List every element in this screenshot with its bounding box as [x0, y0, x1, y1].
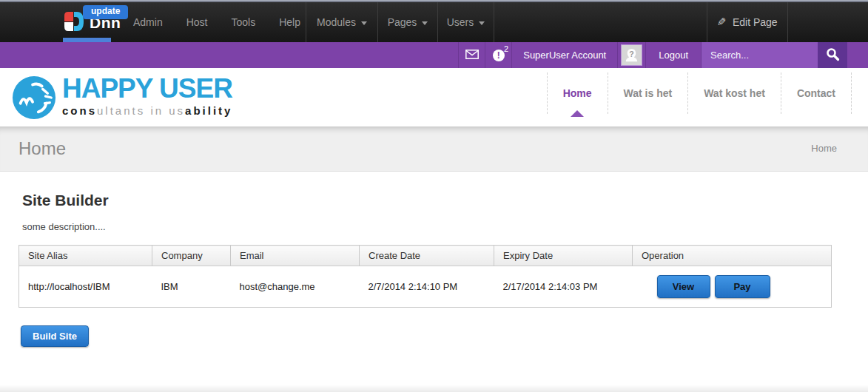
notifications-button[interactable]: ! 2	[485, 42, 511, 68]
site-nav: Home Wat is het Wat kost het Contact	[547, 72, 852, 114]
edit-page-label: Edit Page	[733, 16, 778, 28]
table-header-row: Site Alias Company Email Create Date Exp…	[19, 246, 832, 266]
user-bar: ! 2 SuperUser Account ? Logout	[0, 42, 868, 68]
cell-email: host@change.me	[231, 266, 360, 308]
col-expiry-date: Expiry Date	[494, 246, 633, 266]
happy-user-logo-icon	[11, 75, 57, 124]
module-description: some description....	[22, 221, 868, 232]
bottom-fade	[0, 385, 868, 392]
search-button[interactable]	[818, 42, 847, 68]
admin-dropdowns: Modules Pages Users	[306, 2, 494, 42]
site-header: HAPPY USER consultants in usability Home…	[0, 68, 868, 126]
chevron-down-icon	[479, 21, 485, 25]
col-create-date: Create Date	[360, 246, 494, 266]
search-icon	[826, 47, 840, 64]
menu-item-tools[interactable]: Tools	[219, 16, 267, 28]
notification-count-badge: 2	[504, 44, 508, 53]
dropdown-modules[interactable]: Modules	[306, 2, 377, 42]
cell-operation: View Pay	[633, 266, 832, 308]
col-site-alias: Site Alias	[19, 246, 152, 266]
page: Dnn update Admin Host Tools Help Modules…	[0, 0, 868, 392]
dropdown-users-label: Users	[447, 16, 474, 28]
messages-button[interactable]	[458, 42, 485, 68]
logout-link[interactable]: Logout	[645, 42, 702, 68]
menu-item-host[interactable]: Host	[175, 16, 220, 28]
col-email: Email	[231, 246, 360, 266]
module-heading: Site Builder	[22, 192, 868, 209]
search-input[interactable]	[702, 42, 818, 68]
mail-icon	[465, 49, 479, 62]
dropdown-pages[interactable]: Pages	[377, 2, 437, 42]
nav-item-wat-is-het[interactable]: Wat is het	[608, 72, 688, 114]
cell-create-date: 2/7/2014 2:14:10 PM	[360, 266, 494, 308]
cell-site-alias: http://localhost/IBM	[19, 266, 152, 308]
col-company: Company	[152, 246, 231, 266]
dropdown-modules-label: Modules	[317, 16, 356, 28]
svg-text:?: ?	[630, 50, 634, 58]
edit-page-button[interactable]: ✎ Edit Page	[707, 2, 788, 42]
admin-bar: Dnn update Admin Host Tools Help Modules…	[0, 2, 868, 42]
main-content: Site Builder some description.... Site A…	[0, 172, 868, 392]
dnn-logo-icon	[63, 10, 85, 36]
user-avatar[interactable]: ?	[617, 42, 645, 68]
pay-button[interactable]: Pay	[715, 275, 770, 298]
nav-home-label: Home	[563, 87, 592, 99]
menu-item-admin[interactable]: Admin	[121, 16, 175, 28]
pencil-icon: ✎	[717, 16, 727, 29]
chevron-down-icon	[361, 21, 367, 25]
build-site-button[interactable]: Build Site	[21, 325, 89, 347]
avatar-placeholder-icon: ?	[621, 44, 642, 66]
user-bar-spacer	[847, 42, 868, 68]
site-title: HAPPY USER	[62, 75, 232, 103]
cell-expiry-date: 2/17/2014 2:14:03 PM	[494, 266, 633, 308]
view-button[interactable]: View	[657, 275, 710, 298]
nav-wat-is-het-label: Wat is het	[624, 87, 673, 99]
cell-company: IBM	[152, 266, 231, 308]
superuser-account-link[interactable]: SuperUser Account	[511, 42, 617, 68]
nav-item-contact[interactable]: Contact	[781, 72, 852, 114]
nav-wat-kost-het-label: Wat kost het	[704, 87, 765, 99]
tagline-middle: ultants in us	[97, 104, 185, 117]
chevron-down-icon	[422, 21, 428, 25]
site-logo[interactable]: HAPPY USER consultants in usability	[11, 75, 232, 124]
tagline-bold-start: cons	[62, 104, 97, 117]
dropdown-users[interactable]: Users	[437, 2, 494, 42]
nav-item-home[interactable]: Home	[547, 72, 608, 114]
tagline-bold-end: ability	[185, 104, 232, 117]
site-tagline: consultants in usability	[62, 104, 232, 117]
alert-icon: !	[493, 50, 505, 61]
page-title-band: Home Home	[0, 126, 868, 172]
page-title: Home	[18, 138, 66, 159]
admin-menu: Admin Host Tools Help	[121, 2, 312, 42]
dropdown-pages-label: Pages	[388, 16, 417, 28]
sites-table: Site Alias Company Email Create Date Exp…	[18, 245, 832, 308]
breadcrumb[interactable]: Home	[811, 143, 837, 154]
col-operation: Operation	[633, 246, 832, 266]
active-page-arrow-icon	[571, 110, 584, 117]
nav-contact-label: Contact	[797, 87, 835, 99]
nav-item-wat-kost-het[interactable]: Wat kost het	[687, 72, 781, 114]
table-row: http://localhost/IBM IBM host@change.me …	[19, 266, 832, 308]
